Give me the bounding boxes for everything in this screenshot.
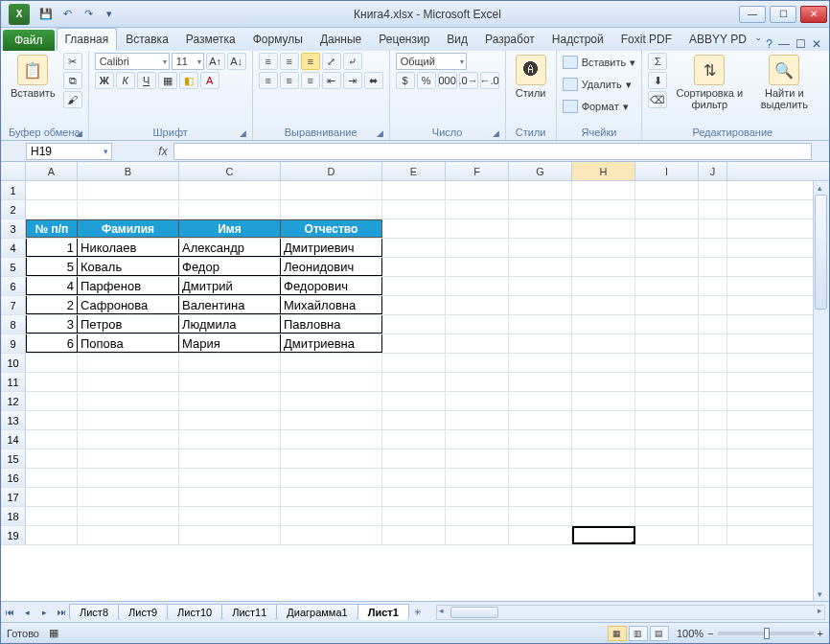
cell-A6[interactable]: 4 <box>26 277 78 295</box>
formula-input[interactable] <box>173 143 812 160</box>
autosum-button[interactable]: Σ <box>648 53 667 70</box>
font-color-button[interactable]: A <box>200 72 219 89</box>
column-header-D[interactable]: D <box>281 162 382 180</box>
row-header[interactable]: 14 <box>1 430 26 448</box>
cell-C6[interactable]: Дмитрий <box>179 277 281 295</box>
cell-J14[interactable] <box>699 430 727 448</box>
cell-F19[interactable] <box>446 526 509 544</box>
view-normal-button[interactable]: ▦ <box>608 626 627 641</box>
cell-J8[interactable] <box>699 315 727 334</box>
cell-G18[interactable] <box>509 507 572 525</box>
cell-I6[interactable] <box>635 277 699 295</box>
font-name-combo[interactable]: Calibri <box>95 53 170 70</box>
cell-E7[interactable] <box>382 296 446 314</box>
cell-C18[interactable] <box>179 507 281 525</box>
cell-D13[interactable] <box>281 411 382 429</box>
cell-H3[interactable] <box>572 219 635 238</box>
cell-E15[interactable] <box>382 449 446 468</box>
cell-G13[interactable] <box>509 411 572 429</box>
cell-B4[interactable]: Николаев <box>78 239 179 257</box>
cell-F12[interactable] <box>446 392 509 410</box>
redo-button[interactable]: ↷ <box>80 6 97 23</box>
cell-F13[interactable] <box>446 411 509 429</box>
dialog-launcher-icon[interactable]: ◢ <box>76 128 82 138</box>
cell-C19[interactable] <box>179 526 281 544</box>
cell-I18[interactable] <box>635 507 699 525</box>
cell-B16[interactable] <box>78 469 179 487</box>
cell-A17[interactable] <box>26 488 78 506</box>
undo-button[interactable]: ↶ <box>58 6 76 23</box>
row-header[interactable]: 8 <box>1 315 26 334</box>
cell-A1[interactable] <box>26 181 78 199</box>
italic-button[interactable]: К <box>116 72 135 89</box>
cell-E12[interactable] <box>382 392 446 410</box>
vertical-scrollbar[interactable] <box>813 181 829 601</box>
cell-I14[interactable] <box>635 430 699 448</box>
row-header[interactable]: 6 <box>1 277 26 295</box>
row-header[interactable]: 10 <box>1 354 26 372</box>
cell-D3[interactable]: Отчество <box>281 219 382 238</box>
tab-formulas[interactable]: Формулы <box>244 28 311 51</box>
cell-H12[interactable] <box>572 392 635 410</box>
sort-filter-button[interactable]: ⇅ Сортировка и фильтр <box>671 53 748 112</box>
row-header[interactable]: 12 <box>1 392 26 410</box>
number-format-combo[interactable]: Общий <box>396 53 467 70</box>
column-header-B[interactable]: B <box>78 162 179 180</box>
cell-G10[interactable] <box>509 354 572 372</box>
cell-F18[interactable] <box>446 507 509 525</box>
row-header[interactable]: 17 <box>1 488 26 506</box>
wrap-text-button[interactable]: ⤶ <box>343 53 362 70</box>
cell-D9[interactable]: Дмитриевна <box>281 334 382 353</box>
row-header[interactable]: 18 <box>1 507 26 525</box>
doc-minimize-icon[interactable]: — <box>778 37 790 51</box>
fx-icon[interactable]: fx <box>152 145 173 158</box>
cell-J15[interactable] <box>699 449 727 468</box>
cell-A18[interactable] <box>26 507 78 525</box>
cell-B18[interactable] <box>78 507 179 525</box>
cell-D1[interactable] <box>281 181 382 199</box>
cell-I19[interactable] <box>635 526 699 544</box>
clear-button[interactable]: ⌫ <box>648 91 667 108</box>
cell-J10[interactable] <box>699 354 727 372</box>
cell-A19[interactable] <box>26 526 78 544</box>
cell-B7[interactable]: Сафронова <box>78 296 179 314</box>
cell-G7[interactable] <box>509 296 572 314</box>
cell-I11[interactable] <box>635 373 699 391</box>
cell-H8[interactable] <box>572 315 635 334</box>
column-header-F[interactable]: F <box>446 162 509 180</box>
cell-J6[interactable] <box>699 277 727 295</box>
cell-F15[interactable] <box>446 449 509 468</box>
cell-E1[interactable] <box>382 181 446 199</box>
cell-F1[interactable] <box>446 181 509 199</box>
tab-foxit[interactable]: Foxit PDF <box>612 28 680 51</box>
cell-E2[interactable] <box>382 200 446 218</box>
cell-H19[interactable] <box>572 526 635 544</box>
row-header[interactable]: 19 <box>1 526 26 544</box>
cell-H15[interactable] <box>572 449 635 468</box>
cell-H1[interactable] <box>572 181 635 199</box>
cell-F5[interactable] <box>446 258 509 276</box>
cell-I5[interactable] <box>635 258 699 276</box>
cell-C16[interactable] <box>179 469 281 487</box>
row-header[interactable]: 4 <box>1 239 26 257</box>
cell-I13[interactable] <box>635 411 699 429</box>
cell-D7[interactable]: Михайловна <box>281 296 382 314</box>
column-header-I[interactable]: I <box>635 162 699 180</box>
view-pagebreak-button[interactable]: ▤ <box>650 626 669 641</box>
cell-G17[interactable] <box>509 488 572 506</box>
select-all-corner[interactable] <box>1 162 26 180</box>
cell-J19[interactable] <box>699 526 727 544</box>
cell-J12[interactable] <box>699 392 727 410</box>
name-box[interactable]: H19 <box>26 143 112 160</box>
cell-C8[interactable]: Людмила <box>179 315 281 334</box>
find-select-button[interactable]: 🔍 Найти и выделить <box>751 53 817 112</box>
borders-button[interactable]: ▦ <box>158 72 177 89</box>
cell-E16[interactable] <box>382 469 446 487</box>
qat-customize-icon[interactable]: ▾ <box>101 6 118 23</box>
cell-H9[interactable] <box>572 334 635 353</box>
cell-H16[interactable] <box>572 469 635 487</box>
column-header-E[interactable]: E <box>382 162 446 180</box>
cell-J18[interactable] <box>699 507 727 525</box>
cell-E18[interactable] <box>382 507 446 525</box>
cell-B19[interactable] <box>78 526 179 544</box>
